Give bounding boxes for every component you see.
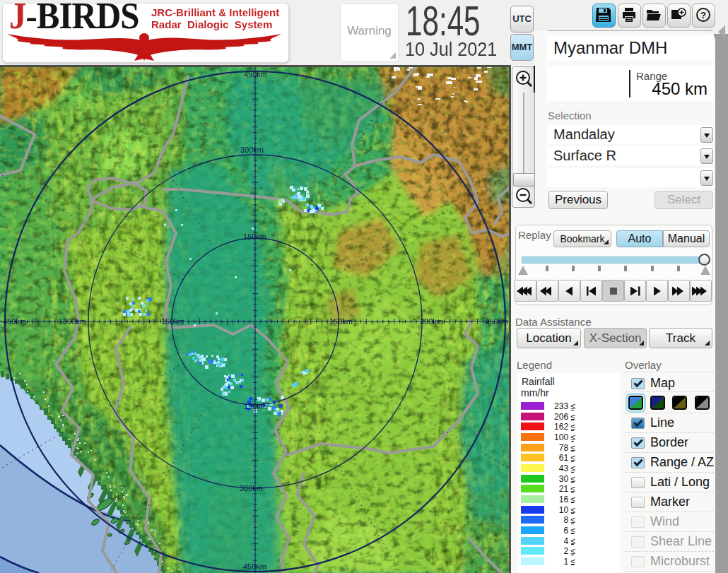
svg-text:450km: 450km <box>244 70 267 78</box>
svg-text:150km: 150km <box>161 317 184 326</box>
svg-text:?: ? <box>700 10 706 20</box>
svg-text:450km: 450km <box>243 562 266 571</box>
svg-text:450km: 450km <box>3 317 26 326</box>
svg-text:300km: 300km <box>420 317 443 326</box>
svg-text:150km: 150km <box>243 232 266 241</box>
svg-text:150km: 150km <box>329 317 353 326</box>
svg-text:150km: 150km <box>244 402 267 410</box>
svg-text:300km: 300km <box>240 146 264 154</box>
svg-text:300km: 300km <box>63 317 86 326</box>
svg-text:300km: 300km <box>240 484 263 492</box>
svg-text:450km: 450km <box>485 317 508 326</box>
